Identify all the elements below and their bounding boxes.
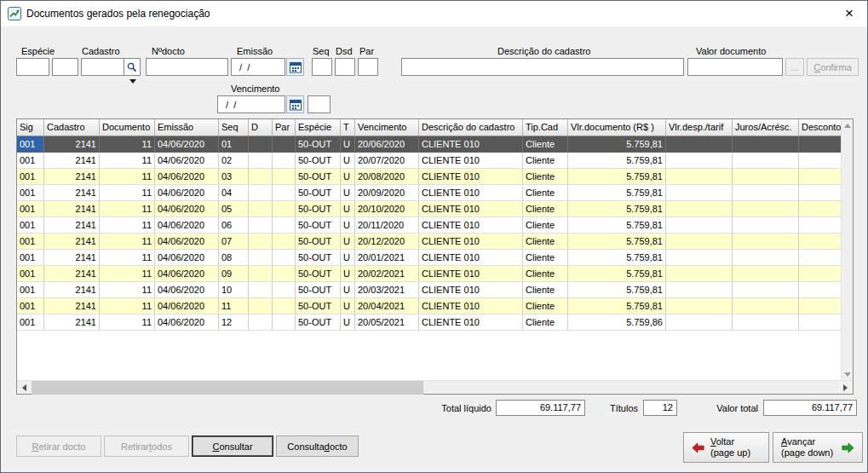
table-row-3[interactable]: 00121411104/06/20200350-OUTU20/08/2020CL…: [17, 169, 841, 185]
table-cell: 01: [219, 136, 249, 153]
column-header-16[interactable]: Desconto: [799, 119, 841, 136]
column-header-1[interactable]: Sig: [17, 119, 44, 136]
table-cell: CLIENTE 010: [419, 234, 523, 250]
close-button[interactable]: ×: [831, 1, 867, 26]
vencimento-aux-field[interactable]: [308, 95, 331, 113]
scroll-up-icon: [844, 124, 851, 128]
column-header-5[interactable]: Seq: [219, 119, 249, 136]
table-row-9[interactable]: 00121411104/06/20200950-OUTU20/02/2021CL…: [17, 266, 841, 282]
emissao-field[interactable]: [231, 58, 285, 76]
table-cell: [273, 153, 296, 169]
table-cell: 04/06/2020: [155, 169, 219, 185]
table-cell: 10: [219, 282, 249, 298]
retirar-docto-button[interactable]: Retirar docto: [16, 436, 101, 457]
column-header-9[interactable]: T: [341, 119, 355, 136]
column-header-12[interactable]: Tip.Cad: [523, 119, 568, 136]
descricao-field[interactable]: [401, 58, 684, 76]
scroll-left-button[interactable]: [17, 381, 32, 395]
table-cell: [249, 282, 273, 298]
valor-field[interactable]: [687, 58, 783, 76]
table-row-4[interactable]: 00121411104/06/20200450-OUTU20/09/2020CL…: [17, 185, 841, 201]
table-row-5[interactable]: 00121411104/06/20200550-OUTU20/10/2020CL…: [17, 201, 841, 217]
column-header-11[interactable]: Descrição do cadastro: [419, 119, 523, 136]
table-cell: [249, 169, 273, 185]
table-cell: U: [341, 266, 355, 282]
vencimento-label: Vencimento: [231, 84, 279, 94]
column-header-8[interactable]: Espécie: [296, 119, 341, 136]
table-row-12[interactable]: 00121411104/06/20201250-OUTU20/05/2021CL…: [17, 314, 841, 331]
table-cell: [799, 250, 841, 266]
cadastro-dropdown-icon[interactable]: [129, 79, 136, 84]
retirar-todos-button[interactable]: Retirar todos: [104, 436, 189, 457]
voltar-button[interactable]: Voltar (page up): [683, 432, 769, 463]
table-cell: U: [341, 298, 355, 314]
column-header-4[interactable]: Emissão: [155, 119, 219, 136]
table-cell: [733, 314, 799, 331]
table-row-1[interactable]: 00121411104/06/20200150-OUTU20/06/2020CL…: [17, 136, 841, 153]
titulos-label: Títulos: [597, 403, 638, 413]
emissao-calendar-button[interactable]: [286, 58, 304, 76]
table-cell: [273, 217, 296, 234]
table-cell: 2141: [44, 217, 100, 234]
table-cell: [249, 234, 273, 250]
seq-field[interactable]: [312, 58, 332, 76]
column-header-10[interactable]: Vencimento: [355, 119, 419, 136]
dsd-field[interactable]: [335, 58, 355, 76]
table-cell: [799, 185, 841, 201]
column-header-3[interactable]: Documento: [100, 119, 155, 136]
column-header-6[interactable]: D: [249, 119, 273, 136]
column-header-7[interactable]: Par: [273, 119, 296, 136]
horizontal-scroll-thumb[interactable]: [32, 381, 423, 395]
vencimento-calendar-button[interactable]: [286, 95, 304, 113]
column-header-13[interactable]: Vlr.documento (R$ ): [568, 119, 666, 136]
table-cell: [733, 185, 799, 201]
table-row-11[interactable]: 00121411104/06/20201150-OUTU20/04/2021CL…: [17, 298, 841, 314]
horizontal-scroll-track[interactable]: [423, 381, 838, 395]
table-row-6[interactable]: 00121411104/06/20200650-OUTU20/11/2020CL…: [17, 217, 841, 234]
par-field[interactable]: [358, 58, 378, 76]
table-cell: 50-OUT: [296, 250, 341, 266]
column-header-15[interactable]: Juros/Acrésc.: [733, 119, 799, 136]
table-cell: 04/06/2020: [155, 298, 219, 314]
table-cell: 20/02/2021: [355, 266, 419, 282]
table-cell: Cliente: [523, 217, 568, 234]
table-cell: 04/06/2020: [155, 250, 219, 266]
table-row-10[interactable]: 00121411104/06/20201050-OUTU20/03/2021CL…: [17, 282, 841, 298]
avancar-text: Avançar (page down): [781, 436, 833, 459]
horizontal-scrollbar[interactable]: [17, 380, 853, 394]
vencimento-field[interactable]: [217, 95, 285, 113]
avancar-button[interactable]: Avançar (page down): [773, 432, 863, 463]
table-cell: [273, 185, 296, 201]
scroll-up-button[interactable]: [842, 119, 854, 131]
table-cell: [733, 153, 799, 169]
table-row-8[interactable]: 00121411104/06/20200850-OUTU20/01/2021CL…: [17, 250, 841, 266]
table-row-7[interactable]: 00121411104/06/20200750-OUTU20/12/2020CL…: [17, 234, 841, 250]
consultar-button[interactable]: Consultar: [192, 436, 273, 457]
column-header-2[interactable]: Cadastro: [44, 119, 100, 136]
column-header-14[interactable]: Vlr.desp./tarif: [666, 119, 733, 136]
vertical-scrollbar[interactable]: [841, 119, 853, 380]
table-cell: U: [341, 250, 355, 266]
table-cell: [666, 266, 733, 282]
scroll-down-button[interactable]: [842, 368, 854, 380]
ndocto-field[interactable]: [146, 58, 228, 76]
especie-field-2[interactable]: [52, 58, 78, 76]
table-row-2[interactable]: 00121411104/06/20200250-OUTU20/07/2020CL…: [17, 153, 841, 169]
cadastro-field[interactable]: [81, 58, 124, 76]
table-cell: 001: [17, 314, 44, 331]
consulta-docto-button[interactable]: Consulta docto: [276, 436, 359, 457]
table-cell: [666, 282, 733, 298]
especie-field-1[interactable]: [16, 58, 49, 76]
table-cell: 5.759,81: [568, 136, 666, 153]
more-options-button[interactable]: ...: [785, 58, 804, 76]
window-title: Documentos gerados pela renegociação: [26, 8, 210, 20]
scroll-right-button[interactable]: [838, 381, 853, 395]
confirma-button[interactable]: Confirma: [807, 58, 859, 76]
scroll-down-icon: [844, 372, 851, 377]
vertical-scroll-track[interactable]: [842, 131, 853, 368]
table-cell: 11: [100, 250, 155, 266]
table-cell: [666, 234, 733, 250]
cadastro-lookup-button[interactable]: [124, 58, 141, 76]
avancar-sub-label: (page down): [781, 447, 833, 459]
titulos-field: 12: [643, 400, 677, 416]
